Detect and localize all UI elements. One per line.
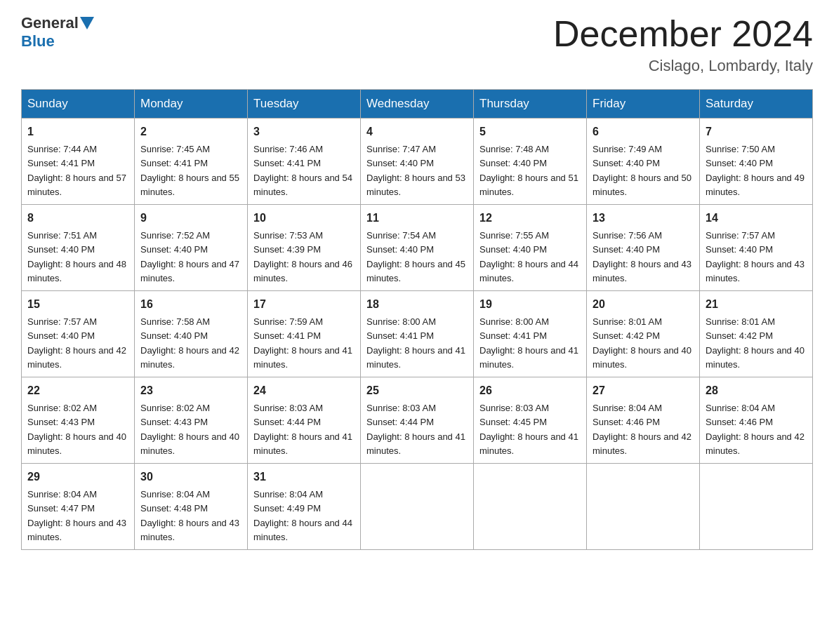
month-title: December 2024 — [553, 14, 813, 54]
calendar-header-sunday: Sunday — [22, 90, 135, 119]
day-info: Sunrise: 7:47 AMSunset: 4:40 PMDaylight:… — [366, 144, 465, 197]
calendar-week-row: 22Sunrise: 8:02 AMSunset: 4:43 PMDayligh… — [22, 377, 813, 464]
day-number: 6 — [593, 123, 694, 140]
day-number: 31 — [253, 469, 355, 485]
day-number: 16 — [140, 296, 241, 313]
calendar-cell: 23Sunrise: 8:02 AMSunset: 4:43 PMDayligh… — [135, 377, 248, 464]
day-number: 9 — [140, 210, 241, 227]
day-number: 10 — [253, 210, 355, 227]
calendar-table: SundayMondayTuesdayWednesdayThursdayFrid… — [21, 89, 813, 550]
day-info: Sunrise: 8:04 AMSunset: 4:46 PMDaylight:… — [706, 403, 805, 456]
day-number: 18 — [366, 296, 468, 313]
logo-blue: Blue — [21, 32, 55, 50]
day-info: Sunrise: 8:04 AMSunset: 4:47 PMDaylight:… — [27, 489, 126, 542]
logo: General Blue — [21, 14, 95, 51]
calendar-header-row: SundayMondayTuesdayWednesdayThursdayFrid… — [22, 90, 813, 119]
day-info: Sunrise: 7:45 AMSunset: 4:41 PMDaylight:… — [140, 144, 239, 197]
calendar-header-tuesday: Tuesday — [248, 90, 361, 119]
calendar-week-row: 8Sunrise: 7:51 AMSunset: 4:40 PMDaylight… — [22, 205, 813, 291]
day-info: Sunrise: 7:58 AMSunset: 4:40 PMDaylight:… — [140, 316, 239, 370]
calendar-week-row: 1Sunrise: 7:44 AMSunset: 4:41 PMDaylight… — [22, 119, 813, 205]
calendar-cell: 25Sunrise: 8:03 AMSunset: 4:44 PMDayligh… — [361, 377, 474, 464]
day-info: Sunrise: 7:49 AMSunset: 4:40 PMDaylight:… — [593, 144, 691, 197]
day-info: Sunrise: 7:52 AMSunset: 4:40 PMDaylight:… — [140, 230, 239, 283]
calendar-cell: 12Sunrise: 7:55 AMSunset: 4:40 PMDayligh… — [474, 205, 587, 291]
calendar-cell: 13Sunrise: 7:56 AMSunset: 4:40 PMDayligh… — [587, 205, 700, 291]
calendar-cell: 1Sunrise: 7:44 AMSunset: 4:41 PMDaylight… — [22, 119, 135, 205]
calendar-cell: 19Sunrise: 8:00 AMSunset: 4:41 PMDayligh… — [474, 291, 587, 377]
logo-text: General — [21, 14, 95, 32]
day-info: Sunrise: 8:01 AMSunset: 4:42 PMDaylight:… — [706, 316, 805, 370]
day-number: 15 — [27, 296, 128, 313]
calendar-header-wednesday: Wednesday — [361, 90, 474, 119]
title-section: December 2024 Cislago, Lombardy, Italy — [553, 14, 813, 75]
day-info: Sunrise: 8:02 AMSunset: 4:43 PMDaylight:… — [140, 403, 239, 456]
calendar-cell — [361, 464, 474, 550]
calendar-cell: 28Sunrise: 8:04 AMSunset: 4:46 PMDayligh… — [700, 377, 813, 464]
calendar-header-monday: Monday — [135, 90, 248, 119]
day-number: 26 — [479, 382, 581, 399]
day-info: Sunrise: 7:59 AMSunset: 4:41 PMDaylight:… — [253, 316, 352, 370]
calendar-cell: 9Sunrise: 7:52 AMSunset: 4:40 PMDaylight… — [135, 205, 248, 291]
day-number: 11 — [366, 210, 468, 227]
calendar-header-friday: Friday — [587, 90, 700, 119]
day-info: Sunrise: 7:54 AMSunset: 4:40 PMDaylight:… — [366, 230, 465, 283]
day-number: 27 — [593, 382, 694, 399]
calendar-cell: 21Sunrise: 8:01 AMSunset: 4:42 PMDayligh… — [700, 291, 813, 377]
calendar-cell: 15Sunrise: 7:57 AMSunset: 4:40 PMDayligh… — [22, 291, 135, 377]
day-number: 19 — [479, 296, 581, 313]
calendar-cell — [474, 464, 587, 550]
day-number: 12 — [479, 210, 581, 227]
calendar-cell — [700, 464, 813, 550]
day-number: 28 — [706, 382, 807, 399]
logo-general: General — [21, 14, 79, 32]
day-info: Sunrise: 8:00 AMSunset: 4:41 PMDaylight:… — [479, 316, 578, 370]
calendar-cell: 26Sunrise: 8:03 AMSunset: 4:45 PMDayligh… — [474, 377, 587, 464]
calendar-cell: 6Sunrise: 7:49 AMSunset: 4:40 PMDaylight… — [587, 119, 700, 205]
calendar-cell: 2Sunrise: 7:45 AMSunset: 4:41 PMDaylight… — [135, 119, 248, 205]
calendar-week-row: 29Sunrise: 8:04 AMSunset: 4:47 PMDayligh… — [22, 464, 813, 550]
day-info: Sunrise: 8:03 AMSunset: 4:44 PMDaylight:… — [253, 403, 352, 456]
calendar-cell: 17Sunrise: 7:59 AMSunset: 4:41 PMDayligh… — [248, 291, 361, 377]
day-info: Sunrise: 8:01 AMSunset: 4:42 PMDaylight:… — [593, 316, 691, 370]
day-info: Sunrise: 7:53 AMSunset: 4:39 PMDaylight:… — [253, 230, 352, 283]
calendar-cell: 8Sunrise: 7:51 AMSunset: 4:40 PMDaylight… — [22, 205, 135, 291]
calendar-cell: 10Sunrise: 7:53 AMSunset: 4:39 PMDayligh… — [248, 205, 361, 291]
day-info: Sunrise: 7:57 AMSunset: 4:40 PMDaylight:… — [706, 230, 805, 283]
calendar-header-saturday: Saturday — [700, 90, 813, 119]
day-info: Sunrise: 7:46 AMSunset: 4:41 PMDaylight:… — [253, 144, 352, 197]
day-number: 17 — [253, 296, 355, 313]
calendar-cell: 3Sunrise: 7:46 AMSunset: 4:41 PMDaylight… — [248, 119, 361, 205]
page-header: General Blue December 2024 Cislago, Lomb… — [21, 14, 813, 75]
day-number: 8 — [27, 210, 128, 227]
calendar-cell: 31Sunrise: 8:04 AMSunset: 4:49 PMDayligh… — [248, 464, 361, 550]
day-number: 22 — [27, 382, 128, 399]
logo-blue-text: Blue — [21, 32, 55, 51]
calendar-cell: 7Sunrise: 7:50 AMSunset: 4:40 PMDaylight… — [700, 119, 813, 205]
day-number: 1 — [27, 123, 128, 140]
day-number: 2 — [140, 123, 241, 140]
day-info: Sunrise: 7:44 AMSunset: 4:41 PMDaylight:… — [27, 144, 126, 197]
calendar-header-thursday: Thursday — [474, 90, 587, 119]
calendar-cell: 18Sunrise: 8:00 AMSunset: 4:41 PMDayligh… — [361, 291, 474, 377]
calendar-cell — [587, 464, 700, 550]
day-info: Sunrise: 7:56 AMSunset: 4:40 PMDaylight:… — [593, 230, 691, 283]
day-info: Sunrise: 8:03 AMSunset: 4:45 PMDaylight:… — [479, 403, 578, 456]
day-info: Sunrise: 8:04 AMSunset: 4:49 PMDaylight:… — [253, 489, 352, 542]
calendar-cell: 22Sunrise: 8:02 AMSunset: 4:43 PMDayligh… — [22, 377, 135, 464]
day-info: Sunrise: 7:50 AMSunset: 4:40 PMDaylight:… — [706, 144, 805, 197]
day-info: Sunrise: 8:02 AMSunset: 4:43 PMDaylight:… — [27, 403, 126, 456]
day-number: 30 — [140, 469, 241, 485]
calendar-cell: 5Sunrise: 7:48 AMSunset: 4:40 PMDaylight… — [474, 119, 587, 205]
day-number: 3 — [253, 123, 355, 140]
calendar-cell: 24Sunrise: 8:03 AMSunset: 4:44 PMDayligh… — [248, 377, 361, 464]
day-info: Sunrise: 7:55 AMSunset: 4:40 PMDaylight:… — [479, 230, 578, 283]
day-number: 24 — [253, 382, 355, 399]
calendar-cell: 20Sunrise: 8:01 AMSunset: 4:42 PMDayligh… — [587, 291, 700, 377]
day-number: 21 — [706, 296, 807, 313]
day-number: 4 — [366, 123, 468, 140]
day-info: Sunrise: 8:04 AMSunset: 4:46 PMDaylight:… — [593, 403, 691, 456]
day-info: Sunrise: 7:48 AMSunset: 4:40 PMDaylight:… — [479, 144, 578, 197]
location: Cislago, Lombardy, Italy — [553, 57, 813, 75]
day-info: Sunrise: 8:00 AMSunset: 4:41 PMDaylight:… — [366, 316, 465, 370]
